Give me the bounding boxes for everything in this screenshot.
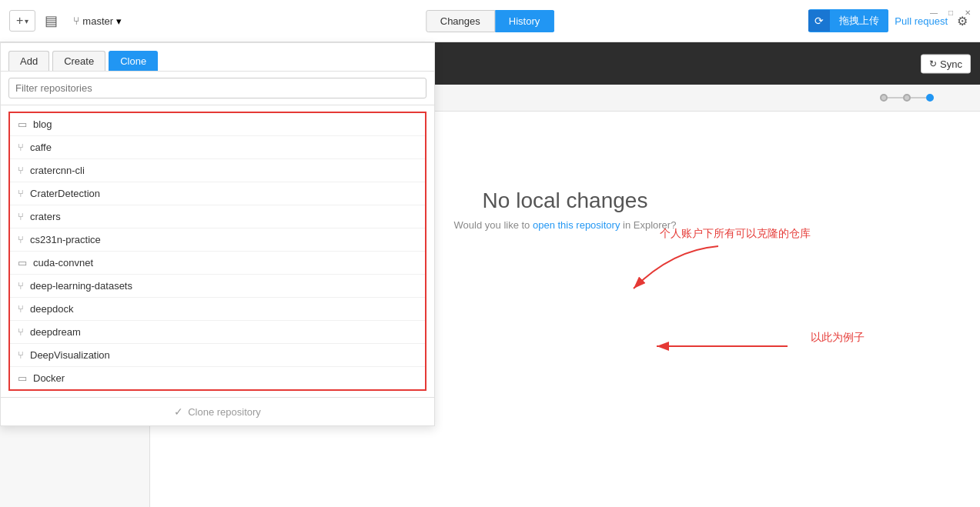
open-repository-link[interactable]: open this repository bbox=[533, 219, 620, 231]
sync-icon: ↻ bbox=[929, 58, 937, 69]
annotation-2-text: 以此为例子 bbox=[811, 331, 865, 343]
create-tab-button[interactable]: Create bbox=[52, 51, 105, 71]
doc-icon: ▭ bbox=[18, 118, 27, 130]
toolbar-tabs: Changes History bbox=[426, 10, 555, 32]
maximize-button[interactable]: □ bbox=[945, 6, 957, 18]
clone-footer: ✓ Clone repository bbox=[1, 397, 434, 425]
list-item[interactable]: ⑂deepdock bbox=[10, 298, 425, 321]
arrow-1-svg bbox=[610, 242, 734, 304]
close-button[interactable]: ✕ bbox=[962, 6, 974, 18]
fork-icon: ⑂ bbox=[18, 165, 24, 176]
arrow-2-svg bbox=[641, 335, 795, 365]
list-item[interactable]: ⑂deep-learning-datasets bbox=[10, 275, 425, 298]
window-controls: — □ ✕ bbox=[928, 6, 974, 18]
list-item[interactable]: ▭cuda-convnet bbox=[10, 252, 425, 275]
clone-tab-button[interactable]: Clone bbox=[109, 51, 158, 71]
repo-item-name: cs231n-practice bbox=[30, 234, 101, 245]
no-changes-before: Would you like to bbox=[454, 219, 533, 231]
repo-list: ▭blog⑂caffe⑂cratercnn-cli⑂CraterDetectio… bbox=[8, 112, 426, 391]
history-tab[interactable]: History bbox=[495, 10, 554, 32]
add-tab-button[interactable]: Add bbox=[8, 51, 49, 71]
doc-icon: ▭ bbox=[18, 372, 27, 384]
branch-selector[interactable]: ⑂ master ▾ bbox=[73, 15, 122, 27]
doc-icon: ▭ bbox=[18, 257, 27, 269]
list-item[interactable]: ⑂CraterDetection bbox=[10, 182, 425, 205]
fork-icon: ⑂ bbox=[18, 211, 24, 222]
repo-item-name: deep-learning-datasets bbox=[30, 280, 132, 292]
list-item[interactable]: ⑂craters bbox=[10, 205, 425, 228]
filter-box bbox=[1, 72, 434, 105]
clone-repository-button[interactable]: ✓ Clone repository bbox=[174, 405, 261, 418]
branch-name: master bbox=[82, 15, 113, 27]
toolbar: — □ ✕ + ▾ ▤ ⑂ master ▾ Changes History ⟳ bbox=[0, 0, 980, 42]
list-item[interactable]: ▭Docker bbox=[10, 367, 425, 389]
plus-icon: + bbox=[16, 14, 23, 28]
repo-item-name: blog bbox=[33, 118, 52, 130]
fork-icon: ⑂ bbox=[18, 188, 24, 199]
timeline-dot-2 bbox=[903, 94, 911, 102]
list-item[interactable]: ⑂caffe bbox=[10, 136, 425, 159]
repo-item-name: Docker bbox=[33, 372, 65, 384]
dropdown-tabs: Add Create Clone bbox=[1, 43, 434, 72]
fork-icon: ⑂ bbox=[18, 234, 24, 245]
repo-item-name: CraterDetection bbox=[30, 188, 100, 199]
timeline-line-2 bbox=[911, 97, 926, 98]
upload-group: ⟳ 拖拽上传 bbox=[808, 9, 888, 32]
timeline-dots bbox=[880, 94, 934, 102]
branch-chevron-icon: ▾ bbox=[116, 15, 122, 27]
clone-dropdown: Add Create Clone ▭blog⑂caffe⑂cratercnn-c… bbox=[0, 42, 435, 426]
repo-item-name: caffe bbox=[30, 142, 52, 153]
timeline-dot-1 bbox=[880, 94, 888, 102]
timeline-line-1 bbox=[888, 97, 903, 98]
fork-icon: ⑂ bbox=[18, 326, 24, 338]
annotation-2: 以此为例子 bbox=[811, 331, 865, 345]
fork-icon: ⑂ bbox=[18, 303, 24, 315]
fork-icon: ⑂ bbox=[18, 280, 24, 292]
timeline-dot-active bbox=[926, 94, 934, 102]
upload-button[interactable]: 拖拽上传 bbox=[830, 9, 888, 32]
fork-icon: ⑂ bbox=[18, 142, 24, 153]
sidebar-icon: ▤ bbox=[45, 12, 58, 29]
check-circle-icon: ✓ bbox=[174, 405, 183, 418]
fork-icon: ⑂ bbox=[18, 349, 24, 361]
toolbar-left: + ▾ ▤ bbox=[9, 9, 61, 32]
changes-tab[interactable]: Changes bbox=[426, 10, 495, 32]
branch-icon: ⑂ bbox=[73, 15, 79, 27]
repo-item-name: DeepVisualization bbox=[30, 349, 110, 361]
sync-button[interactable]: ↻ Sync bbox=[921, 54, 971, 73]
minimize-button[interactable]: — bbox=[928, 6, 940, 18]
annotation-1-text: 个人账户下所有可以克隆的仓库 bbox=[660, 227, 811, 239]
clone-repo-label: Clone repository bbox=[188, 406, 261, 418]
add-button[interactable]: + ▾ bbox=[9, 10, 35, 32]
sidebar-toggle-button[interactable]: ▤ bbox=[42, 9, 61, 32]
annotation-1: 个人账户下所有可以克隆的仓库 bbox=[660, 227, 811, 241]
sync-label: Sync bbox=[940, 58, 962, 69]
list-item[interactable]: ▭blog bbox=[10, 113, 425, 136]
repo-item-name: craters bbox=[30, 211, 61, 222]
repo-item-name: deepdock bbox=[30, 303, 73, 315]
repo-item-name: cratercnn-cli bbox=[30, 165, 85, 176]
list-item[interactable]: ⑂DeepVisualization bbox=[10, 344, 425, 367]
chevron-down-icon: ▾ bbox=[25, 17, 28, 25]
repo-item-name: deepdream bbox=[30, 326, 81, 338]
list-item[interactable]: ⑂cs231n-practice bbox=[10, 228, 425, 252]
filter-input[interactable] bbox=[8, 78, 426, 98]
repo-item-name: cuda-convnet bbox=[33, 257, 93, 269]
list-item[interactable]: ⑂deepdream bbox=[10, 321, 425, 344]
list-item[interactable]: ⑂cratercnn-cli bbox=[10, 159, 425, 182]
upload-icon: ⟳ bbox=[808, 10, 830, 32]
